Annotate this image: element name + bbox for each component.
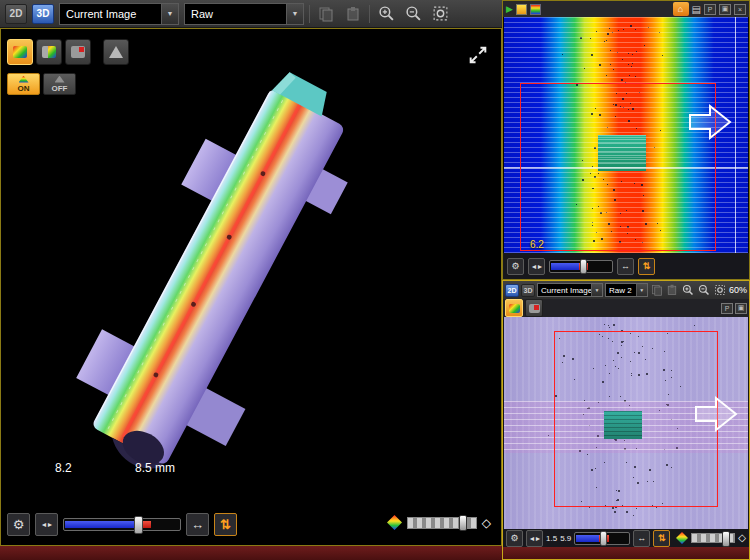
heightmap-toolbar: ▶ ⌂ ▤ P ▣ × (503, 1, 749, 17)
scale-min-readout: 8.2 (55, 461, 72, 475)
auto-scale-button[interactable]: ⇅ (214, 513, 237, 536)
fullscreen-button[interactable] (467, 43, 491, 67)
cone-icon (109, 46, 123, 58)
zoom-out-button[interactable] (697, 283, 711, 298)
texture-color-button[interactable] (36, 39, 62, 65)
roi-selection-rect[interactable] (520, 83, 716, 251)
zoom-in-button[interactable] (375, 3, 397, 25)
texture-colormap-icon (42, 46, 56, 58)
fit-range-button[interactable]: ↔ (186, 513, 209, 536)
angle-icon (71, 46, 85, 58)
scan-direction-arrow[interactable] (694, 395, 738, 433)
play-icon[interactable]: ▶ (506, 5, 513, 14)
chevron-down-icon: ▼ (591, 284, 602, 296)
settings-button[interactable]: ⚙ (507, 258, 524, 275)
pin-panel-button[interactable]: P (704, 4, 716, 15)
mode-3d-button[interactable]: 3D (32, 4, 54, 24)
settings-button[interactable]: ⚙ (7, 513, 30, 536)
paste-image-button[interactable] (342, 3, 364, 25)
gear-icon: ⚙ (13, 517, 25, 532)
close-panel-button[interactable]: × (734, 4, 746, 15)
zoom-out-button[interactable] (402, 3, 424, 25)
image-source-value: Current Image (60, 8, 161, 20)
mode-2d-button[interactable]: 2D (505, 284, 519, 297)
diamond-outline-icon: ◇ (482, 517, 491, 529)
zoom-in-button[interactable] (681, 283, 695, 298)
collapse-arrows-icon: ◄► (41, 521, 53, 528)
image-source-dropdown[interactable]: Current Image ▼ (59, 3, 179, 25)
application-window: 2D 3D Current Image ▼ Raw ▼ (0, 0, 750, 560)
popout-panel-button[interactable]: ▣ (719, 4, 731, 15)
updown-arrows-icon: ⇅ (220, 517, 231, 532)
zoom-fit-button[interactable] (429, 3, 451, 25)
color-scale-handle[interactable] (722, 531, 730, 547)
pin-panel-button[interactable]: P (721, 303, 733, 314)
gear-icon: ⚙ (510, 533, 518, 543)
viewport-3d[interactable]: ON OFF (0, 28, 502, 546)
collapse-panel-button[interactable]: ◄► (526, 530, 543, 547)
fit-horizontal-icon: ↔ (637, 533, 646, 543)
height-range-slider[interactable] (63, 518, 181, 531)
range-high-readout: 5.9 (560, 534, 571, 543)
home-button[interactable]: ⌂ (673, 2, 689, 16)
collapse-panel-button[interactable]: ◄► (528, 258, 545, 275)
filter-button[interactable] (103, 39, 129, 65)
zoom-fit-icon (432, 5, 449, 22)
layer-dropdown[interactable]: Raw 2 ▼ (605, 283, 648, 297)
toolbar-separator (369, 5, 370, 23)
report-icon[interactable]: ▤ (692, 4, 701, 15)
color-scale-slider[interactable] (407, 517, 477, 529)
zoom-in-icon (682, 284, 694, 296)
height-range-slider[interactable] (574, 532, 630, 545)
paste-image-button[interactable] (666, 283, 680, 298)
overlay-off-button[interactable]: OFF (43, 73, 76, 95)
collapse-panel-button[interactable]: ◄► (35, 513, 58, 536)
camera-image-view[interactable] (504, 317, 748, 529)
scan-direction-arrow[interactable] (688, 103, 732, 141)
chevron-down-icon: ▼ (286, 4, 303, 24)
slider-handle[interactable] (580, 259, 587, 274)
heightmap-view[interactable]: 6.2 (504, 17, 748, 253)
auto-scale-button[interactable]: ⇅ (638, 258, 655, 275)
status-strip-left (0, 546, 502, 560)
mode-2d-button[interactable]: 2D (5, 4, 27, 24)
color-scale-slider[interactable] (691, 533, 735, 543)
main-toolbar: 2D 3D Current Image ▼ Raw ▼ (0, 0, 502, 28)
auto-scale-button[interactable]: ⇅ (653, 530, 670, 547)
camera-image-panel[interactable]: 2D 3D Current Image ▼ Raw 2 ▼ (502, 280, 750, 560)
settings-button[interactable]: ⚙ (506, 530, 523, 547)
overlay-on-button[interactable]: ON (7, 73, 40, 95)
copy-icon (651, 284, 663, 296)
edge-guide-line (735, 17, 736, 253)
heightmap-panel[interactable]: ▶ ⌂ ▤ P ▣ × 6.2 ⚙ ◄► (502, 0, 750, 280)
zoom-fit-icon (714, 284, 726, 296)
popout-panel-button[interactable]: ▣ (735, 303, 747, 314)
image-source-value: Current Image (538, 286, 591, 295)
zoom-in-icon (378, 5, 395, 22)
layer-dropdown[interactable]: Raw ▼ (184, 3, 304, 25)
zoom-fit-button[interactable] (713, 283, 727, 298)
fit-range-button[interactable]: ↔ (633, 530, 650, 547)
zoom-level: 60% (729, 285, 747, 295)
image-toolbar: 2D 3D Current Image ▼ Raw 2 ▼ (503, 281, 749, 299)
slider-handle[interactable] (134, 516, 143, 534)
copy-image-button[interactable] (650, 283, 664, 298)
histogram-icon[interactable] (516, 4, 527, 15)
slider-handle[interactable] (600, 531, 607, 546)
mode-3d-button[interactable]: 3D (521, 284, 535, 297)
height-color-button[interactable] (7, 39, 33, 65)
image-source-dropdown[interactable]: Current Image ▼ (537, 283, 603, 297)
updown-arrows-icon: ⇅ (643, 261, 651, 271)
texture-view-button[interactable] (525, 299, 543, 317)
fit-range-button[interactable]: ↔ (617, 258, 634, 275)
height-color-button[interactable] (505, 299, 523, 317)
3d-part-render[interactable] (1, 29, 501, 505)
layer-value: Raw 2 (606, 286, 636, 295)
copy-image-button[interactable] (315, 3, 337, 25)
angle-view-button[interactable] (65, 39, 91, 65)
texture-icon (529, 304, 540, 313)
height-range-slider[interactable] (549, 260, 613, 273)
colorscale-icon[interactable] (530, 4, 541, 15)
color-scale-handle[interactable] (459, 515, 467, 531)
diamond-outline-icon: ◇ (738, 533, 746, 543)
